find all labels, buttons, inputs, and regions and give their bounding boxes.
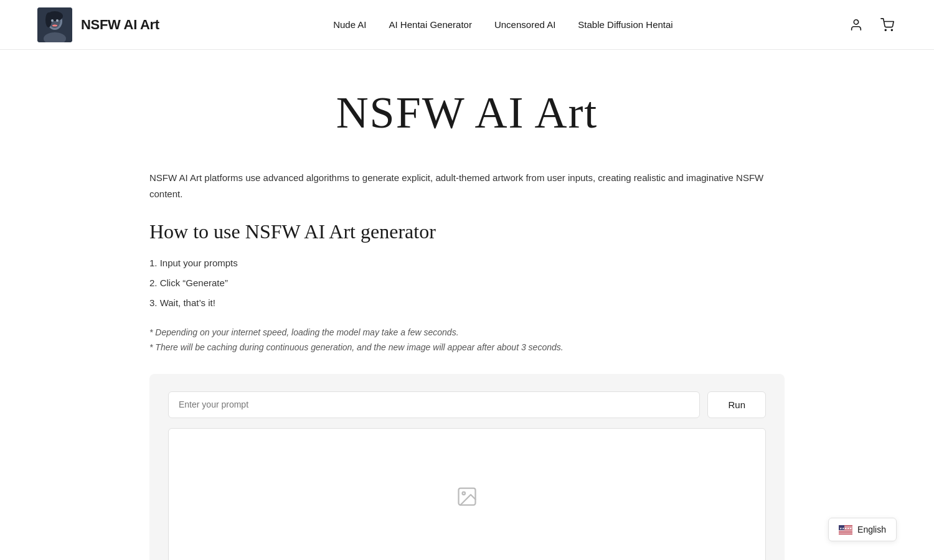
svg-point-6	[56, 19, 59, 22]
language-label: English	[857, 525, 886, 534]
note-1: * Depending on your internet speed, load…	[149, 325, 785, 340]
nav-ai-hentai[interactable]: AI Hentai Generator	[389, 19, 472, 30]
run-button[interactable]: Run	[707, 391, 766, 418]
steps-list: 1. Input your prompts 2. Click “Generate…	[149, 256, 785, 310]
language-widget[interactable]: ★★★★★★ English	[828, 518, 897, 541]
step-3: 3. Wait, that’s it!	[149, 296, 785, 310]
notes-section: * Depending on your internet speed, load…	[149, 325, 785, 355]
header-actions	[847, 16, 897, 34]
generator-box: Run	[149, 374, 785, 560]
page-title: NSFW AI Art	[149, 87, 785, 139]
cart-icon	[880, 18, 894, 32]
main-content: NSFW AI Art NSFW AI Art platforms use ad…	[125, 50, 809, 560]
image-placeholder-icon	[456, 485, 478, 508]
image-output-area	[168, 428, 766, 560]
svg-point-4	[45, 12, 52, 27]
svg-rect-18	[839, 530, 852, 531]
nav-stable-diffusion[interactable]: Stable Diffusion Hentai	[578, 19, 672, 30]
how-to-heading: How to use NSFW AI Art generator	[149, 220, 785, 243]
header: NSFW AI Art Nude AI AI Hentai Generator …	[0, 0, 934, 50]
main-nav: Nude AI AI Hentai Generator Uncensored A…	[333, 19, 673, 30]
svg-point-13	[463, 492, 466, 495]
svg-rect-20	[839, 533, 852, 533]
site-title: NSFW AI Art	[81, 17, 159, 33]
user-icon	[849, 18, 863, 32]
nav-uncensored-ai[interactable]: Uncensored AI	[494, 19, 555, 30]
prompt-input[interactable]	[168, 391, 700, 418]
site-logo	[37, 7, 72, 42]
note-2: * There will be caching during continuou…	[149, 340, 785, 355]
cart-icon-button[interactable]	[878, 16, 897, 34]
logo-area: NSFW AI Art	[37, 7, 159, 42]
svg-point-11	[891, 29, 892, 30]
step-2: 2. Click “Generate”	[149, 276, 785, 291]
svg-point-5	[51, 19, 54, 22]
nav-nude-ai[interactable]: Nude AI	[333, 19, 366, 30]
step-1: 1. Input your prompts	[149, 256, 785, 271]
svg-point-7	[52, 24, 57, 26]
svg-rect-19	[839, 531, 852, 532]
svg-point-10	[885, 29, 886, 30]
svg-point-9	[854, 19, 858, 24]
flag-icon: ★★★★★★	[839, 525, 852, 534]
prompt-row: Run	[168, 391, 766, 418]
user-icon-button[interactable]	[847, 16, 866, 34]
description-text: NSFW AI Art platforms use advanced algor…	[149, 170, 785, 202]
svg-text:★★★★★★: ★★★★★★	[839, 526, 853, 530]
